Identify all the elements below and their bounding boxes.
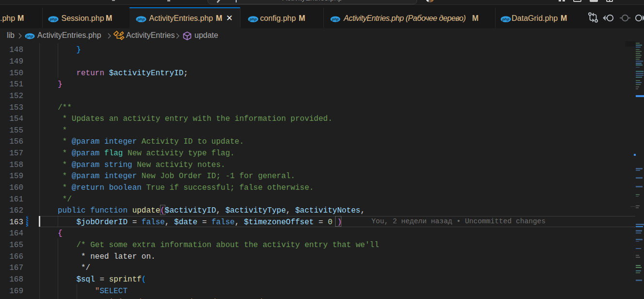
svg-text:php: php [26, 34, 33, 38]
svg-text:php: php [49, 17, 57, 21]
svg-text:php: php [502, 17, 510, 21]
svg-text:php: php [332, 17, 339, 21]
svg-text:php: php [249, 17, 257, 21]
svg-text:php: php [137, 17, 145, 21]
